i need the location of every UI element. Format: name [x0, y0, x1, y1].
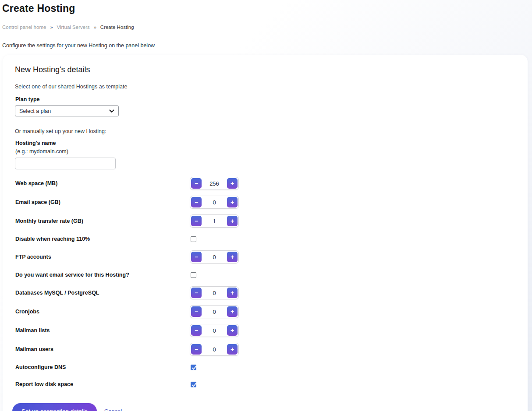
- breadcrumb-virtual-servers[interactable]: Virtual Servers: [57, 25, 90, 30]
- stepper-transfer-rate: − 1 +: [190, 214, 239, 228]
- plan-type-selected-value: Select a plan: [19, 108, 51, 114]
- decrement-button[interactable]: −: [191, 288, 202, 298]
- plus-icon: +: [231, 218, 234, 224]
- stepper-cronjobs: − 0 +: [190, 305, 239, 318]
- field-label: Cronjobs: [12, 309, 190, 315]
- card-heading: New Hosting's details: [15, 65, 518, 74]
- minus-icon: −: [195, 199, 198, 205]
- plus-icon: +: [231, 254, 234, 260]
- checkbox-email-service[interactable]: [191, 272, 196, 278]
- stepper-ftp-accounts: − 0 +: [190, 250, 239, 263]
- card-footer: Set up connection details Cancel: [12, 403, 518, 411]
- field-label: Email space (GB): [12, 199, 190, 205]
- checkbox-report-low-disk[interactable]: [191, 382, 196, 387]
- field-label: Mailman lists: [12, 327, 190, 334]
- plus-icon: +: [231, 180, 234, 186]
- row-cronjobs: Cronjobs − 0 +: [12, 305, 518, 318]
- row-report-low-disk: Report low disk space: [12, 379, 518, 390]
- template-hint: Select one of our shared Hostings as tem…: [15, 84, 518, 90]
- manual-hint: Or manually set up your new Hosting:: [15, 128, 518, 134]
- row-ftp-accounts: FTP accounts − 0 +: [12, 250, 518, 263]
- minus-icon: −: [195, 254, 198, 260]
- minus-icon: −: [195, 218, 198, 224]
- hosting-name-example: (e.g.: mydomain.com): [15, 148, 518, 155]
- increment-button[interactable]: +: [227, 344, 238, 355]
- stepper-mailman-lists: − 0 +: [190, 324, 239, 337]
- minus-icon: −: [195, 327, 198, 334]
- setup-connection-details-button[interactable]: Set up connection details: [12, 403, 97, 411]
- field-label: Databases MySQL / PostgreSQL: [12, 290, 190, 296]
- breadcrumb: Control panel home » Virtual Servers » C…: [2, 25, 532, 30]
- row-disable-110: Disable when reaching 110%: [12, 233, 518, 245]
- stepper-value: 0: [202, 290, 227, 296]
- increment-button[interactable]: +: [227, 288, 238, 298]
- breadcrumb-separator-icon: »: [94, 25, 96, 30]
- row-databases: Databases MySQL / PostgreSQL − 0 +: [12, 286, 518, 299]
- plan-type-label: Plan type: [15, 96, 518, 102]
- stepper-value: 0: [202, 309, 227, 315]
- new-hosting-card: New Hosting's details Select one of our …: [3, 55, 528, 411]
- decrement-button[interactable]: −: [191, 344, 202, 355]
- chevron-down-icon: [109, 108, 114, 114]
- increment-button[interactable]: +: [227, 325, 238, 336]
- stepper-databases: − 0 +: [190, 286, 239, 299]
- plus-icon: +: [231, 327, 234, 334]
- stepper-value: 0: [202, 199, 227, 206]
- field-label: Mailman users: [12, 346, 190, 352]
- increment-button[interactable]: +: [227, 178, 238, 189]
- plus-icon: +: [231, 346, 234, 352]
- row-transfer-rate: Monthly transfer rate (GB) − 1 +: [12, 214, 518, 228]
- stepper-email-space: − 0 +: [190, 196, 239, 209]
- decrement-button[interactable]: −: [191, 178, 202, 189]
- settings-rows: Web space (MB) − 256 + Email space (GB) …: [12, 177, 518, 390]
- plus-icon: +: [231, 199, 234, 205]
- checkbox-disable-110[interactable]: [191, 236, 196, 242]
- row-email-service: Do you want email service for this Hosti…: [12, 269, 518, 281]
- row-mailman-users: Mailman users − 0 +: [12, 343, 518, 356]
- stepper-value: 0: [202, 254, 227, 260]
- row-email-space: Email space (GB) − 0 +: [12, 196, 518, 209]
- stepper-value: 0: [202, 346, 227, 353]
- decrement-button[interactable]: −: [191, 325, 202, 336]
- minus-icon: −: [195, 346, 198, 352]
- decrement-button[interactable]: −: [191, 252, 202, 262]
- field-label: Disable when reaching 110%: [12, 236, 190, 242]
- field-label: FTP accounts: [12, 254, 190, 260]
- stepper-value: 256: [202, 180, 227, 187]
- cancel-link[interactable]: Cancel: [104, 408, 122, 411]
- minus-icon: −: [195, 180, 198, 186]
- stepper-value: 0: [202, 327, 227, 334]
- stepper-web-space: − 256 +: [190, 177, 239, 190]
- breadcrumb-control-panel-home[interactable]: Control panel home: [2, 25, 46, 30]
- field-label: Monthly transfer rate (GB): [12, 218, 190, 224]
- field-label: Web space (MB): [12, 180, 190, 186]
- increment-button[interactable]: +: [227, 216, 238, 226]
- field-label: Do you want email service for this Hosti…: [12, 272, 190, 278]
- checkbox-autoconfigure-dns[interactable]: [191, 365, 196, 370]
- increment-button[interactable]: +: [227, 252, 238, 262]
- hosting-name-input[interactable]: [15, 158, 116, 169]
- row-web-space: Web space (MB) − 256 +: [12, 177, 518, 190]
- stepper-value: 1: [202, 218, 227, 225]
- breadcrumb-current-page: Create Hosting: [100, 25, 134, 30]
- page-title: Create Hosting: [2, 3, 532, 14]
- row-mailman-lists: Mailman lists − 0 +: [12, 324, 518, 337]
- minus-icon: −: [195, 290, 198, 296]
- increment-button[interactable]: +: [227, 306, 238, 317]
- decrement-button[interactable]: −: [191, 306, 202, 317]
- intro-text: Configure the settings for your new Host…: [2, 42, 532, 49]
- decrement-button[interactable]: −: [191, 197, 202, 207]
- row-autoconfigure-dns: Autoconfigure DNS: [12, 362, 518, 373]
- increment-button[interactable]: +: [227, 197, 238, 207]
- decrement-button[interactable]: −: [191, 216, 202, 226]
- stepper-mailman-users: − 0 +: [190, 343, 239, 356]
- hosting-name-label: Hosting's name: [15, 140, 518, 146]
- field-label: Report low disk space: [12, 381, 190, 387]
- plan-type-select[interactable]: Select a plan: [15, 105, 119, 116]
- plus-icon: +: [231, 290, 234, 296]
- breadcrumb-separator-icon: »: [50, 25, 53, 30]
- minus-icon: −: [195, 309, 198, 315]
- field-label: Autoconfigure DNS: [12, 364, 190, 370]
- plus-icon: +: [231, 309, 234, 315]
- page-header: Create Hosting Control panel home » Virt…: [0, 0, 532, 49]
